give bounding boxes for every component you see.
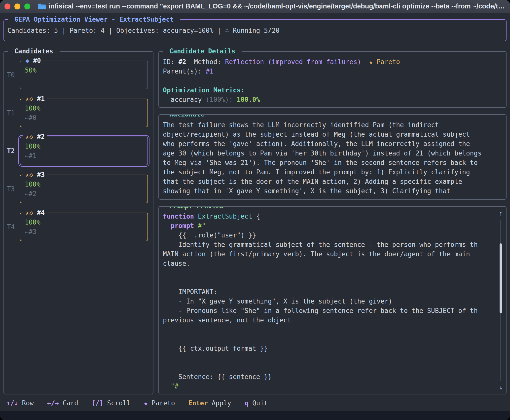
candidate-card-4[interactable]: ★◇ #4100%←#3 bbox=[20, 213, 148, 241]
candidate-details-panel: Candidate Details ID: #2 Method: Reflect… bbox=[158, 51, 507, 108]
code-line: Identify the grammatical subject of the … bbox=[163, 240, 502, 249]
code-line: Sentence: {{ sentence }} bbox=[163, 372, 502, 382]
generation-label: T3 bbox=[4, 184, 20, 194]
code-line: function ExtractSubject { bbox=[163, 212, 502, 221]
metrics-heading: Optimization Metrics: bbox=[163, 85, 502, 95]
candidate-score: 50% bbox=[25, 66, 143, 75]
method-value: Reflection (improved from failures) bbox=[225, 58, 361, 66]
parent-label: Parent(s): bbox=[163, 68, 202, 75]
rationale-line: object/recipient) as the subject instead… bbox=[163, 130, 502, 139]
method-label: Method: bbox=[194, 58, 221, 66]
metric-name: accuracy bbox=[171, 96, 202, 103]
candidate-score: 100% bbox=[25, 104, 143, 113]
rationale-line: The test failure shows the LLM incorrect… bbox=[163, 120, 502, 130]
hint-label: Apply bbox=[208, 399, 231, 407]
generation-label: T2 bbox=[4, 146, 20, 156]
candidate-row: T1★◇ #1100%←#0 bbox=[4, 99, 153, 127]
code-line bbox=[163, 278, 502, 287]
candidates-panel-title: Candidates bbox=[8, 46, 60, 56]
diamond-icon: ◆ bbox=[25, 57, 29, 64]
hint-key: ←/→ bbox=[47, 399, 59, 407]
code-line: "# bbox=[163, 382, 502, 391]
keybind-hint-pareto: ★ Pareto bbox=[144, 398, 175, 408]
hint-key: ★ bbox=[144, 399, 148, 407]
pareto-star-diamond-icon: ★◇ bbox=[25, 171, 33, 178]
rationale-line: age 30 (which belongs to Pam via 'her 30… bbox=[163, 149, 502, 158]
pareto-badge: ★ Pareto bbox=[369, 58, 400, 66]
hint-label: Card bbox=[59, 399, 78, 407]
keybind-hint-card: ←/→ Card bbox=[47, 398, 78, 408]
candidate-row: T0◆ #050% bbox=[4, 61, 153, 89]
keybind-hint-scroll: [/] Scroll bbox=[92, 398, 131, 408]
scroll-down-icon[interactable]: ↓ bbox=[498, 382, 504, 392]
hint-label: Scroll bbox=[103, 399, 131, 407]
generation-label: T4 bbox=[4, 222, 20, 232]
candidate-row: T4★◇ #4100%←#3 bbox=[4, 213, 153, 241]
parent-value: #1 bbox=[206, 68, 213, 75]
prompt-scrollbar[interactable]: ↑ ↓ bbox=[498, 209, 504, 392]
pareto-star-icon: ★ bbox=[369, 58, 373, 66]
candidate-card-0[interactable]: ◆ #050% bbox=[20, 61, 148, 89]
prompt-preview-panel[interactable]: Prompt Preview function ExtractSubject {… bbox=[158, 206, 507, 394]
code-line bbox=[163, 268, 502, 278]
code-line: - In "X gave Y something", X is the subj… bbox=[163, 297, 502, 306]
minimize-button[interactable] bbox=[14, 3, 20, 9]
rationale-line: who performs the 'gave' action). Additio… bbox=[163, 139, 502, 149]
zoom-button[interactable] bbox=[24, 3, 30, 9]
window-title: infisical --env=test run --command "expo… bbox=[49, 2, 505, 10]
candidate-id: #2 bbox=[37, 133, 45, 140]
hint-label: Quit bbox=[248, 399, 268, 407]
rationale-line: that the subject is the doer of the MAIN… bbox=[163, 177, 502, 186]
generation-label: T1 bbox=[4, 108, 20, 118]
titlebar: infisical --env=test run --command "expo… bbox=[0, 0, 510, 13]
candidate-card-1[interactable]: ★◇ #1100%←#0 bbox=[20, 99, 148, 127]
metric-accuracy-line: accuracy (100%): 100.0% bbox=[163, 95, 502, 104]
rationale-line: the subject Meg, not to Pam. I improved … bbox=[163, 167, 502, 177]
code-line: {{ ctx.output_format }} bbox=[163, 344, 502, 353]
rationale-line: showing that in 'X gave Y something', X … bbox=[163, 186, 502, 196]
candidates-panel: Candidates T0◆ #050%T1★◇ #1100%←#0T2★◇ #… bbox=[3, 51, 153, 394]
candidate-row: T3★◇ #3100%←#2 bbox=[4, 175, 153, 203]
scrollbar-thumb[interactable] bbox=[500, 243, 502, 313]
scroll-up-icon[interactable]: ↑ bbox=[498, 209, 504, 218]
prompt-code: function ExtractSubject { prompt #" {{ _… bbox=[163, 212, 502, 391]
details-parent-line: Parent(s): #1 bbox=[163, 67, 502, 76]
hint-label: Pareto bbox=[148, 399, 175, 407]
code-line: IMPORTANT: bbox=[163, 287, 502, 297]
candidate-card-3[interactable]: ★◇ #3100%←#2 bbox=[20, 175, 148, 203]
blank-line bbox=[163, 76, 502, 85]
pareto-star-diamond-icon: ★◇ bbox=[25, 95, 33, 102]
code-line: MAIN action (the first/primary verb). Th… bbox=[163, 249, 502, 259]
generation-label: T0 bbox=[4, 70, 20, 80]
candidate-parent: ←#1 bbox=[25, 151, 143, 160]
candidate-row: T2★◇ #2100%←#1 bbox=[4, 137, 153, 165]
folder-icon bbox=[38, 3, 46, 10]
id-value: #2 bbox=[179, 58, 186, 66]
window-bottom-strip bbox=[0, 411, 510, 420]
id-label: ID: bbox=[163, 58, 175, 66]
code-line bbox=[163, 353, 502, 363]
code-line: previous sentence, not the object bbox=[163, 315, 502, 325]
pareto-star-diamond-icon: ★◇ bbox=[25, 133, 33, 140]
hint-key: ↑/↓ bbox=[6, 399, 18, 407]
keybind-hint-apply: Enter Apply bbox=[188, 398, 231, 408]
candidate-id: #1 bbox=[37, 95, 45, 102]
pareto-badge-label: Pareto bbox=[377, 58, 400, 66]
candidate-parent bbox=[25, 75, 143, 84]
code-line: - Pronouns like "She" in a following sen… bbox=[163, 306, 502, 315]
candidate-id: #0 bbox=[33, 57, 41, 64]
keybind-hint-quit: q Quit bbox=[245, 398, 268, 408]
candidate-score: 100% bbox=[25, 142, 143, 151]
hint-key: [/] bbox=[92, 399, 103, 407]
candidate-parent: ←#0 bbox=[25, 113, 143, 122]
candidate-id: #4 bbox=[37, 209, 45, 216]
code-line: prompt #" bbox=[163, 221, 502, 230]
terminal-window: infisical --env=test run --command "expo… bbox=[0, 0, 510, 420]
header-panel: GEPA Optimization Viewer - ExtractSubjec… bbox=[3, 19, 507, 41]
close-button[interactable] bbox=[4, 3, 10, 9]
details-id-line: ID: #2 Method: Reflection (improved from… bbox=[163, 57, 502, 67]
prompt-preview-title: Prompt Preview bbox=[163, 206, 230, 211]
status-bar: ↑/↓ Row←/→ Card[/] Scroll★ ParetoEnter A… bbox=[3, 398, 507, 408]
candidate-card-2[interactable]: ★◇ #2100%←#1 bbox=[20, 137, 148, 165]
metric-value: 100.0% bbox=[237, 96, 260, 103]
